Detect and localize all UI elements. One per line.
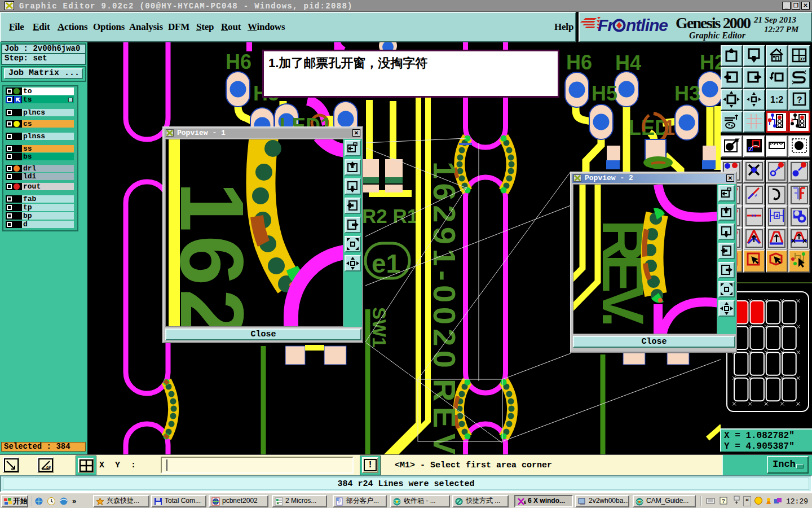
svg-text:H3: H3: [674, 82, 700, 105]
svg-text:6: 6: [524, 500, 526, 505]
svg-text:H6: H6: [226, 50, 251, 73]
svg-text:H2: H2: [700, 51, 721, 74]
svg-text:?: ?: [797, 95, 802, 106]
svg-text:1:2: 1:2: [770, 95, 783, 104]
svg-text:4: 4: [775, 213, 779, 219]
svg-text:R2 R1: R2 R1: [362, 205, 418, 227]
svg-text:SW1: SW1: [369, 307, 390, 348]
svg-text:ntline: ntline: [626, 16, 668, 34]
svg-text:ok: ok: [46, 465, 51, 470]
svg-text:?: ?: [722, 498, 725, 505]
svg-text:H6: H6: [566, 51, 592, 74]
svg-text:Graphic Editor: Graphic Editor: [689, 30, 746, 41]
svg-text:Genesis 2000: Genesis 2000: [676, 14, 751, 32]
svg-text:XY: XY: [800, 57, 805, 62]
svg-text:H5: H5: [592, 82, 617, 105]
svg-text:H4: H4: [615, 51, 641, 75]
svg-text:W: W: [337, 498, 340, 501]
svg-text:REV: REV: [427, 379, 462, 454]
svg-text:21 Sep 2013: 21 Sep 2013: [753, 15, 797, 24]
svg-text:12:27 PM: 12:27 PM: [764, 25, 799, 34]
